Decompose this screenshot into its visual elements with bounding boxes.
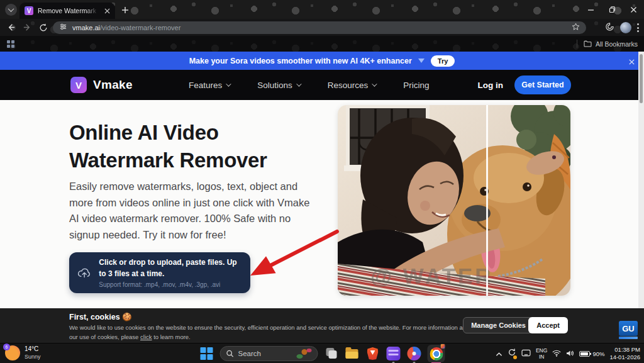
tab-strip: V Remove Watermark from Vide <box>0 0 644 19</box>
battery-icon <box>579 351 590 357</box>
comparison-slider-line <box>486 105 488 296</box>
reload-button[interactable] <box>35 21 52 35</box>
search-label: Search <box>238 350 292 357</box>
minimize-button[interactable] <box>580 0 601 19</box>
get-started-button[interactable]: Get Started <box>514 75 571 94</box>
address-bar[interactable]: vmake.ai/video-watermark-remover <box>53 21 586 34</box>
language-indicator[interactable]: ENGIN <box>536 347 547 360</box>
gadgetstouse-watermark-logo: GU <box>618 321 638 341</box>
windows-logo-icon <box>201 347 213 360</box>
update-dot <box>513 355 517 359</box>
manage-cookies-button[interactable]: Manage Cookies <box>463 317 534 333</box>
chrome-button[interactable] <box>428 345 445 362</box>
apps-grid-icon[interactable] <box>7 40 14 48</box>
page-scrollbar[interactable] <box>638 52 644 343</box>
clock[interactable]: 01:38 PM 14-01-2026 <box>609 346 640 362</box>
red-arrow-annotation <box>245 226 341 284</box>
wifi-icon[interactable] <box>552 348 561 359</box>
weather-badge: 6 <box>3 343 10 350</box>
page-title: Online AI VideoWatermark Remover <box>69 119 267 174</box>
brand-name[interactable]: Vmake <box>93 78 133 92</box>
screen: V Remove Watermark from Vide <box>0 0 644 363</box>
weather-widget[interactable]: 6 14°C Sunny <box>5 345 41 360</box>
tray-chevron-up-icon[interactable] <box>496 348 502 359</box>
login-link[interactable]: Log in <box>478 81 504 90</box>
chrome-notification-badge <box>440 343 446 349</box>
video-editor-button[interactable] <box>386 346 401 361</box>
tab-title: Remove Watermark from Vide <box>38 7 98 14</box>
date: 14-01-2026 <box>609 354 640 361</box>
weather-condition: Sunny <box>25 354 41 360</box>
browser-menu-icon[interactable] <box>637 23 639 32</box>
window-controls <box>580 0 644 19</box>
promo-message: Make your Sora videos smoother with new … <box>189 57 412 65</box>
vmake-logo-icon[interactable]: V <box>70 77 87 93</box>
extensions-icon[interactable] <box>605 22 614 34</box>
bookmarks-bar: All Bookmarks <box>0 36 644 52</box>
task-view-button[interactable] <box>324 346 339 361</box>
all-bookmarks-button[interactable]: All Bookmarks <box>577 40 638 48</box>
search-icon <box>226 350 234 357</box>
taskbar-center: Search <box>199 343 445 363</box>
sync-update-icon[interactable] <box>508 348 516 359</box>
try-button[interactable]: Try <box>431 55 455 67</box>
nav-item-features[interactable]: Features <box>189 81 230 90</box>
video-editor-icon <box>387 347 401 360</box>
nav-item-pricing[interactable]: Pricing <box>403 81 429 90</box>
weather-sun-icon: 6 <box>5 345 20 360</box>
file-explorer-button[interactable] <box>345 346 360 361</box>
hero-image: @ WATERI <box>338 105 570 296</box>
accept-cookies-button[interactable]: Accept <box>528 317 568 333</box>
upload-main-text: Click or drop to upload, paste files. Up… <box>99 257 242 279</box>
profile-avatar[interactable] <box>620 22 631 33</box>
scrollbar-thumb[interactable] <box>640 54 643 103</box>
toolbar-right <box>605 21 639 35</box>
volume-icon[interactable] <box>566 348 574 359</box>
banner-close-icon[interactable] <box>628 57 635 68</box>
promo-arrow-icon <box>418 59 425 63</box>
upload-support-text: Support format: .mp4, .mov, .m4v, .3gp, … <box>99 281 242 288</box>
nav-item-resources[interactable]: Resources <box>328 81 376 90</box>
nav-item-solutions[interactable]: Solutions <box>257 81 300 90</box>
url-text: vmake.ai/video-watermark-remover <box>72 24 180 31</box>
weather-temp: 14°C <box>25 345 41 354</box>
restore-button[interactable] <box>601 0 623 19</box>
brave-browser-button[interactable] <box>365 346 380 361</box>
cookie-learn-more-link[interactable]: click <box>140 333 152 340</box>
chevron-down-icon <box>296 81 301 86</box>
touchpad-icon[interactable] <box>521 348 531 359</box>
page-viewport: Make your Sora videos smoother with new … <box>0 52 644 343</box>
divider <box>577 40 577 48</box>
tab-search-button[interactable] <box>5 4 17 16</box>
site-nav: V Vmake Features Solutions Resources Pri… <box>0 70 644 100</box>
time: 01:38 PM <box>614 346 640 354</box>
bookmark-star-icon[interactable] <box>572 22 580 33</box>
start-button[interactable] <box>199 346 214 361</box>
upload-dropzone[interactable]: Click or drop to upload, paste files. Up… <box>69 252 250 293</box>
back-button[interactable] <box>3 21 19 35</box>
battery-indicator[interactable]: 90% <box>579 350 604 357</box>
active-tab[interactable]: V Remove Watermark from Vide <box>19 3 115 19</box>
hero-section: Online AI VideoWatermark Remover Easily … <box>0 100 644 343</box>
cookie-body: We would like to use cookies on the webs… <box>69 323 477 342</box>
media-player-button[interactable] <box>407 346 422 361</box>
file-explorer-icon <box>346 349 358 359</box>
chevron-down-icon <box>226 81 231 86</box>
tab-close-icon[interactable] <box>104 5 110 16</box>
close-window-button[interactable] <box>623 0 644 19</box>
search-doodle-icon <box>297 349 312 359</box>
new-tab-button[interactable] <box>119 4 130 15</box>
media-player-icon <box>408 347 421 360</box>
forward-button[interactable] <box>19 21 35 35</box>
battery-percent: 90% <box>592 350 604 357</box>
site-info-icon[interactable] <box>59 22 67 33</box>
cookie-banner: First, cookies 🍪 We would like to use co… <box>0 308 644 343</box>
promo-banner: Make your Sora videos smoother with new … <box>0 52 644 70</box>
image-watermark-text: @ WATERI <box>370 264 502 288</box>
system-tray: ENGIN 90% 01:38 PM 14-01-2026 <box>496 343 640 363</box>
nav-items: Features Solutions Resources Pricing <box>189 81 430 90</box>
taskbar-search[interactable]: Search <box>220 346 318 361</box>
folder-icon <box>584 40 592 47</box>
cloud-upload-icon <box>77 265 91 281</box>
all-bookmarks-label: All Bookmarks <box>596 40 638 48</box>
